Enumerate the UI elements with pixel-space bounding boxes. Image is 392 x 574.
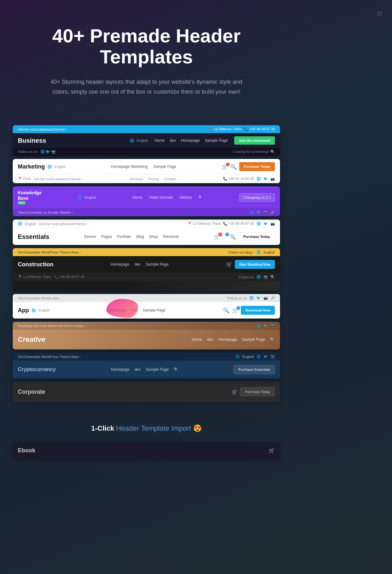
social-tw[interactable]: 🐦	[263, 355, 268, 359]
search-icon[interactable]: 🔍	[230, 164, 237, 170]
essentials-wishlist[interactable]: ♡3	[223, 234, 227, 240]
essentials-nav: Demos Pages Portfolio Blog Shop Elements	[84, 234, 179, 239]
social-fb[interactable]: 🌐	[256, 222, 261, 226]
nav-demos[interactable]: Demos	[84, 234, 96, 239]
social-tw[interactable]: 🐦	[263, 324, 268, 328]
phone-icon: 📞 +06 48 48 87 40	[244, 127, 275, 131]
nav-shop[interactable]: Shop	[149, 234, 158, 239]
creative-social: 🌐 🐦 📷	[256, 324, 275, 328]
nav-home[interactable]: Home	[192, 337, 202, 342]
construction-top-left: Get Essentials WordPress Theme Now ›	[18, 250, 80, 254]
nav-sample[interactable]: Sample Page	[242, 337, 265, 342]
crypto-purchase-button[interactable]: Purchase Essentials	[234, 365, 275, 374]
social-fb[interactable]: 🌐	[256, 324, 261, 328]
essentials-cart[interactable]: 🛒5	[214, 234, 220, 240]
social-wp[interactable]: 🔗	[270, 296, 275, 300]
business-lang: 🌐 English	[130, 139, 148, 143]
social-fb[interactable]: 🌐	[256, 275, 261, 279]
marketing-cart[interactable]: 🛒2	[221, 164, 228, 170]
social-tw[interactable]: 🐦	[263, 177, 268, 181]
nav-services[interactable]: Services	[130, 177, 143, 181]
templates-list-bottom: Ebook 🛒	[0, 442, 293, 484]
social-fb[interactable]: 🌐	[249, 210, 254, 214]
nav-portfolio[interactable]: Portfolio	[117, 234, 131, 239]
nav-elements[interactable]: Elements	[163, 234, 179, 239]
business-cta-button[interactable]: Join the movement	[234, 136, 275, 145]
nav-sample[interactable]: Sample Page	[205, 138, 228, 143]
nav-articles[interactable]: Articles	[179, 195, 192, 200]
social-ig[interactable]: 📷	[263, 275, 268, 279]
nav-pages[interactable]: Pages	[101, 234, 112, 239]
essentials-purchase-button[interactable]: Purchase Today	[239, 232, 275, 241]
search-icon[interactable]: 🔍	[198, 195, 203, 200]
social-ig[interactable]: 📷	[270, 324, 275, 328]
construction-logo: Construction	[18, 261, 53, 268]
search-icon[interactable]: 🔍	[270, 275, 275, 279]
business-top-bar: Get the most advanced theme › 📍 La Défen…	[13, 125, 280, 133]
cart-icon[interactable]: 🛒	[231, 389, 238, 395]
social-ig[interactable]: 📷	[270, 177, 275, 181]
search-icon[interactable]: 🔍	[223, 307, 229, 313]
nav-video-tutorials[interactable]: Video tutorials	[149, 195, 173, 200]
nav-homepage-marketing[interactable]: Homepage Marketing	[111, 164, 148, 169]
nav-dev[interactable]: dev	[135, 367, 141, 372]
template-app: Get Essentials theme now › Follow us on …	[13, 294, 280, 319]
social-fb[interactable]: 🌐	[249, 296, 254, 300]
advanced-link[interactable]: Get the most advanced theme ›	[39, 222, 88, 226]
search-icon[interactable]: 🔍	[174, 367, 178, 372]
social-ig[interactable]: 📷	[270, 355, 275, 359]
nav-contact[interactable]: Contact	[164, 177, 176, 181]
social-wp[interactable]: 🔗	[270, 210, 275, 214]
nav-homepage[interactable]: Homepage	[181, 138, 200, 143]
corporate-cta-button[interactable]: Purchase Today	[240, 387, 275, 396]
nav-sample[interactable]: Sample Page	[143, 308, 165, 312]
nav-homepage[interactable]: Homepage	[111, 367, 130, 372]
social-ig[interactable]: 📷	[263, 296, 268, 300]
construction-build-button[interactable]: Start Building Now	[235, 260, 275, 269]
marketing-purchase-button[interactable]: Purchase Today	[239, 162, 275, 171]
knowledge-main-row: KnowledgeBase New 🌐 English Home Video t…	[13, 186, 280, 208]
construction-blog-link[interactable]: Check our blog ›	[228, 250, 254, 254]
social-tw[interactable]: 🐦	[256, 296, 261, 300]
nav-dev[interactable]: dev	[207, 337, 213, 342]
social-fb[interactable]: 🌐	[256, 355, 261, 359]
social-tw[interactable]: 🐦	[256, 210, 261, 214]
nav-dev[interactable]: dev	[170, 138, 176, 143]
social-ig[interactable]: 📷	[270, 222, 275, 226]
marketing-top-row: Marketing 🌐 English Homepage Marketing S…	[13, 159, 280, 175]
advanced-link[interactable]: Get the most advanced theme ›	[34, 177, 83, 181]
social-tw[interactable]: 🐦	[263, 222, 268, 226]
template-knowledge: KnowledgeBase New 🌐 English Home Video t…	[13, 186, 280, 216]
location-text: 📍 Paris	[18, 177, 31, 181]
nav-blog[interactable]: Blog	[136, 234, 144, 239]
search-icon[interactable]: 🔍	[270, 337, 275, 342]
nav-home[interactable]: Home	[155, 138, 165, 143]
social-ig[interactable]: 📷	[263, 210, 268, 214]
template-creative: Purchase the most advanced theme today ›…	[13, 322, 280, 349]
business-search: Looking for something? 🔍	[233, 150, 275, 154]
nav-sample[interactable]: Sample Page	[146, 367, 169, 372]
app-cart[interactable]: 🛒1	[232, 307, 238, 313]
nav-dev[interactable]: dev	[134, 262, 140, 267]
marketing-logo: Marketing	[18, 163, 45, 170]
marketing-bottom-left: 📍 Paris Get the most advanced theme ›	[18, 177, 83, 181]
search-icon[interactable]: 🔍	[230, 234, 236, 240]
crypto-top-left: Get Essentials WordPress Theme Now ›	[18, 355, 80, 359]
nav-homepage[interactable]: Homepage	[111, 262, 130, 267]
nav-sample[interactable]: Sample Page	[153, 164, 176, 169]
cta-highlight: Header Template Import	[116, 424, 193, 432]
cta-emoji: 😍	[193, 424, 202, 432]
app-download-button[interactable]: Download Now	[241, 306, 275, 315]
essentials-actions: 🛒5 ♡3 🔍 Purchase Today	[214, 232, 275, 241]
social-fb[interactable]: 🌐	[256, 177, 261, 181]
cart-icon[interactable]: 🛒	[226, 262, 232, 268]
nav-pricing[interactable]: Pricing	[148, 177, 159, 181]
location-text: 📍 La Défense, Paris	[18, 275, 51, 279]
cart-icon[interactable]: 🛒	[269, 448, 275, 454]
nav-homepage[interactable]: Homepage	[218, 337, 237, 342]
crypto-top-right: 🌐 English 🌐 🐦 📷	[235, 355, 275, 359]
knowledge-envato-link[interactable]: View Essentials on Envato Market ›	[18, 211, 73, 214]
knowledge-changelog-button[interactable]: Changelog v1.2.1	[239, 193, 275, 202]
nav-sample[interactable]: Sample Page	[146, 262, 169, 267]
nav-home[interactable]: Home	[132, 195, 143, 200]
